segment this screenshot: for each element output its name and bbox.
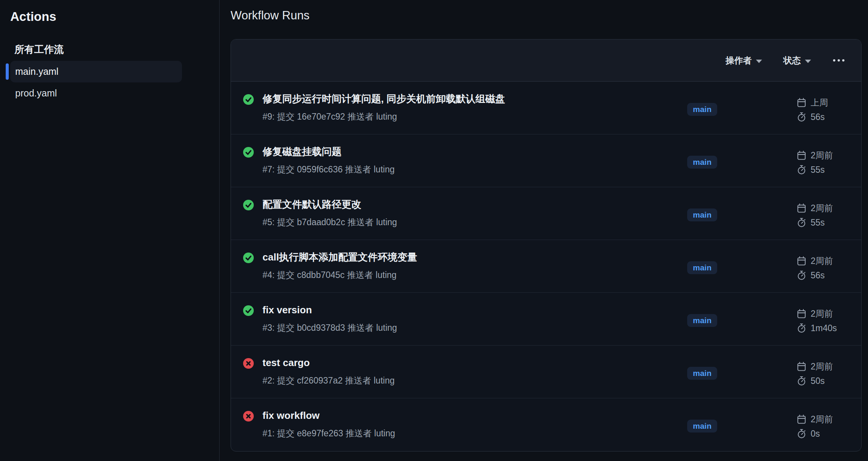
workflow-run-row[interactable]: call执行脚本添加配置文件环境变量 #4: 提交 c8dbb7045c 推送者… — [231, 240, 861, 293]
run-text-block: call执行脚本添加配置文件环境变量 #4: 提交 c8dbb7045c 推送者… — [262, 251, 687, 280]
run-commit-info: #5: 提交 b7daad0b2c 推送者 luting — [262, 217, 687, 227]
run-duration: 55s — [811, 164, 825, 175]
run-meta-column: 2周前 50s — [797, 361, 847, 386]
run-text-block: fix workflow #1: 提交 e8e97fe263 推送者 lutin… — [262, 410, 687, 439]
ellipsis-icon — [833, 59, 835, 62]
run-meta-column: 2周前 1m40s — [797, 308, 847, 333]
workflow-run-row[interactable]: 修复同步运行时间计算问题, 同步关机前卸载默认组磁盘 #9: 提交 16e70e… — [231, 82, 861, 134]
run-title-link[interactable]: fix version — [262, 304, 687, 316]
more-options-button[interactable] — [832, 55, 845, 65]
run-title-link[interactable]: 配置文件默认路径更改 — [262, 199, 687, 210]
run-duration-line: 56s — [797, 112, 847, 122]
run-date-line: 2周前 — [797, 256, 847, 266]
status-filter-label: 状态 — [783, 55, 801, 66]
actor-filter-label: 操作者 — [726, 55, 752, 66]
success-status-icon — [243, 253, 254, 263]
stopwatch-icon — [797, 323, 806, 333]
branch-column: main — [687, 367, 797, 380]
stopwatch-icon — [797, 270, 806, 280]
run-duration: 55s — [811, 217, 825, 228]
run-date-line: 2周前 — [797, 361, 847, 372]
run-date-line: 2周前 — [797, 308, 847, 319]
runs-list: 修复同步运行时间计算问题, 同步关机前卸载默认组磁盘 #9: 提交 16e70e… — [231, 82, 861, 451]
calendar-icon — [797, 414, 806, 424]
run-text-block: 修复磁盘挂载问题 #7: 提交 0959f6c636 推送者 luting — [262, 146, 687, 175]
run-title-link[interactable]: call执行脚本添加配置文件环境变量 — [262, 251, 687, 263]
run-commit-info: #9: 提交 16e70e7c92 推送者 luting — [262, 111, 687, 122]
calendar-icon — [797, 98, 806, 107]
run-date: 2周前 — [811, 361, 833, 372]
run-meta-column: 上周 56s — [797, 97, 847, 122]
run-date: 2周前 — [811, 150, 833, 161]
branch-column: main — [687, 314, 797, 327]
run-commit-info: #7: 提交 0959f6c636 推送者 luting — [262, 164, 687, 175]
sidebar-item-main-yaml[interactable]: main.yaml — [10, 61, 182, 82]
stopwatch-icon — [797, 429, 806, 439]
success-status-icon — [243, 200, 254, 210]
branch-column: main — [687, 156, 797, 169]
branch-badge[interactable]: main — [687, 367, 717, 380]
calendar-icon — [797, 256, 806, 266]
runs-toolbar: 操作者 状态 — [231, 39, 861, 82]
run-title-link[interactable]: 修复同步运行时间计算问题, 同步关机前卸载默认组磁盘 — [262, 93, 687, 104]
calendar-icon — [797, 203, 806, 213]
sidebar-item-prod-yaml[interactable]: prod.yaml — [10, 82, 182, 104]
run-date-line: 上周 — [797, 97, 847, 108]
run-duration: 0s — [811, 428, 820, 439]
run-date: 2周前 — [811, 256, 833, 266]
failure-status-icon — [243, 411, 254, 422]
run-meta-column: 2周前 0s — [797, 414, 847, 439]
page: Actions 所有工作流 main.yaml prod.yaml Workfl… — [0, 0, 868, 461]
stopwatch-icon — [797, 165, 806, 175]
stopwatch-icon — [797, 376, 806, 386]
run-duration-line: 55s — [797, 217, 847, 228]
run-duration: 50s — [811, 376, 825, 386]
branch-badge[interactable]: main — [687, 208, 717, 221]
calendar-icon — [797, 309, 806, 319]
run-text-block: 配置文件默认路径更改 #5: 提交 b7daad0b2c 推送者 luting — [262, 199, 687, 227]
run-text-block: test cargo #2: 提交 cf260937a2 推送者 luting — [262, 357, 687, 386]
branch-column: main — [687, 208, 797, 221]
calendar-icon — [797, 362, 806, 371]
workflow-run-row[interactable]: fix version #3: 提交 b0cd9378d3 推送者 luting… — [231, 293, 861, 346]
all-workflows-link[interactable]: 所有工作流 — [14, 43, 219, 55]
run-meta-column: 2周前 55s — [797, 203, 847, 228]
workflow-run-row[interactable]: test cargo #2: 提交 cf260937a2 推送者 luting … — [231, 346, 861, 398]
run-commit-info: #1: 提交 e8e97fe263 推送者 luting — [262, 428, 687, 439]
run-title-link[interactable]: test cargo — [262, 357, 687, 368]
run-date-line: 2周前 — [797, 414, 847, 425]
stopwatch-icon — [797, 112, 806, 122]
workflow-run-row[interactable]: fix workflow #1: 提交 e8e97fe263 推送者 lutin… — [231, 398, 861, 451]
workflow-run-row[interactable]: 配置文件默认路径更改 #5: 提交 b7daad0b2c 推送者 luting … — [231, 187, 861, 240]
branch-badge[interactable]: main — [687, 103, 717, 116]
run-date-line: 2周前 — [797, 150, 847, 161]
run-duration-line: 55s — [797, 164, 847, 175]
run-date: 2周前 — [811, 308, 833, 319]
page-title: Workflow Runs — [231, 8, 862, 23]
branch-column: main — [687, 261, 797, 274]
workflow-runs-panel: Workflow Runs 操作者 状态 — [220, 0, 868, 461]
run-duration: 1m40s — [811, 323, 837, 333]
status-filter-button[interactable]: 状态 — [783, 55, 811, 66]
run-title-link[interactable]: fix workflow — [262, 410, 687, 421]
branch-badge[interactable]: main — [687, 420, 717, 433]
actor-filter-button[interactable]: 操作者 — [726, 55, 762, 66]
run-duration: 56s — [811, 112, 825, 122]
branch-column: main — [687, 103, 797, 116]
workflow-file-label: prod.yaml — [15, 88, 57, 99]
run-title-link[interactable]: 修复磁盘挂载问题 — [262, 146, 687, 157]
calendar-icon — [797, 150, 806, 160]
success-status-icon — [243, 147, 254, 158]
branch-column: main — [687, 420, 797, 433]
failure-status-icon — [243, 358, 254, 369]
ellipsis-icon — [838, 59, 840, 62]
success-status-icon — [243, 94, 254, 105]
run-text-block: fix version #3: 提交 b0cd9378d3 推送者 luting — [262, 304, 687, 333]
chevron-down-icon — [756, 60, 762, 63]
run-date: 2周前 — [811, 414, 833, 425]
chevron-down-icon — [805, 60, 811, 63]
branch-badge[interactable]: main — [687, 314, 717, 327]
workflow-run-row[interactable]: 修复磁盘挂载问题 #7: 提交 0959f6c636 推送者 luting ma… — [231, 134, 861, 187]
branch-badge[interactable]: main — [687, 156, 717, 169]
branch-badge[interactable]: main — [687, 261, 717, 274]
